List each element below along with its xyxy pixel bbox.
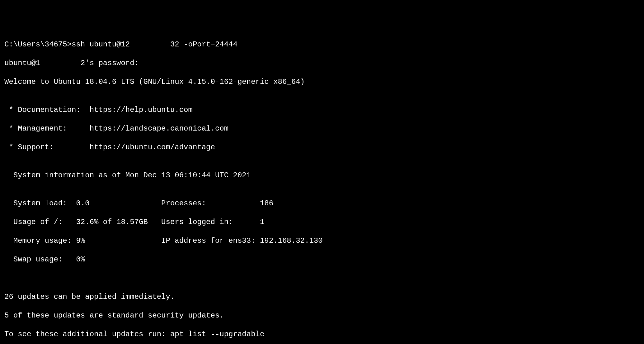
stat-swap-line: Swap usage: 0% — [4, 255, 640, 264]
local-prompt-line: C:\Users\34675>ssh ubuntu@12 32 -oPort=2… — [4, 40, 640, 49]
welcome-line: Welcome to Ubuntu 18.04.6 LTS (GNU/Linux… — [4, 77, 640, 87]
updates-count-line: 26 updates can be applied immediately. — [4, 292, 640, 302]
management-line: * Management: https://landscape.canonica… — [4, 124, 640, 133]
stat-load-line: System load: 0.0 Processes: 186 — [4, 199, 640, 208]
stat-usage-line: Usage of /: 32.6% of 18.57GB Users logge… — [4, 217, 640, 227]
sysinfo-header-line: System information as of Mon Dec 13 06:1… — [4, 171, 640, 180]
stat-mem-line: Memory usage: 9% IP address for ens33: 1… — [4, 236, 640, 246]
updates-sec-line: 5 of these updates are standard security… — [4, 311, 640, 320]
doc-line: * Documentation: https://help.ubuntu.com — [4, 105, 640, 115]
updates-hint-line: To see these additional updates run: apt… — [4, 330, 640, 339]
support-line: * Support: https://ubuntu.com/advantage — [4, 143, 640, 152]
password-prompt-line: ubuntu@1 2's password: — [4, 59, 640, 68]
